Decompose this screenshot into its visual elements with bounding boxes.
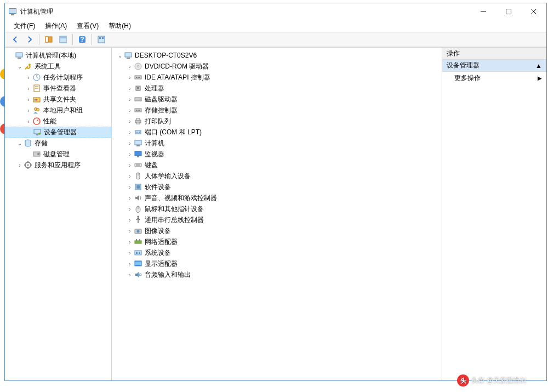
device-category-9[interactable]: ›键盘 [112,160,442,171]
expand-icon[interactable]: › [126,206,134,212]
expand-icon[interactable]: › [126,228,134,234]
menu-file[interactable]: 文件(F) [10,20,38,32]
tree-item-5[interactable]: 设备管理器 [5,127,111,138]
svg-rect-13 [98,36,105,43]
expand-icon[interactable]: › [126,86,134,92]
collapse-icon[interactable]: ⌄ [16,64,24,70]
device-category-7[interactable]: ›计算机 [112,138,442,149]
menu-view[interactable]: 查看(V) [73,20,102,32]
tree-services[interactable]: ›服务和应用程序 [5,160,111,171]
device-root[interactable]: ⌄DESKTOP-CT0S2V6 [112,50,442,61]
svg-rect-9 [60,36,66,43]
tree-root[interactable]: 计算机管理(本地) [5,50,111,61]
back-button[interactable] [9,33,21,46]
collapse-icon[interactable]: ⌄ [116,53,124,59]
watermark-icon: 头 [457,374,469,387]
expand-icon[interactable]: › [25,107,32,113]
device-category-16[interactable]: ›网络适配器 [112,236,442,247]
device-category-12[interactable]: ›声音、视频和游戏控制器 [112,192,442,203]
show-hide-button[interactable] [43,33,55,46]
tree-item-2[interactable]: ›共享文件夹 [5,94,111,105]
expand-icon[interactable]: › [126,151,134,157]
expand-icon[interactable]: › [126,107,134,113]
expand-icon[interactable]: › [126,129,134,135]
svg-point-27 [37,109,39,111]
app-icon [8,7,17,16]
device-category-15[interactable]: ›图像设备 [112,225,442,236]
device-category-2[interactable]: ›处理器 [112,83,442,94]
minimize-button[interactable] [471,3,496,20]
expand-icon[interactable]: › [25,96,32,103]
expand-icon[interactable]: › [126,64,134,70]
toolbar-separator [72,34,73,45]
expand-icon[interactable]: › [126,261,134,267]
tree-item-1[interactable]: ›事件查看器 [5,83,111,94]
event-icon [32,84,41,93]
device-category-17[interactable]: ›系统设备 [112,247,442,258]
tree-system-tools[interactable]: ⌄系统工具 [5,61,111,72]
device-category-19[interactable]: ›音频输入和输出 [112,269,442,280]
audio-icon [134,270,142,279]
help-button[interactable]: ? [76,33,88,46]
watermark-text: 头条 @天豪孤情剑 [471,376,526,385]
toolbar: ? [5,32,546,47]
tree-item-3[interactable]: ›本地用户和组 [5,105,111,116]
tree-node-label: 任务计划程序 [43,73,83,82]
device-category-5[interactable]: ›打印队列 [112,116,442,127]
menu-action[interactable]: 操作(A) [42,20,70,32]
properties-button[interactable] [57,33,69,46]
background-strip [0,3,4,381]
view-button[interactable] [95,33,107,46]
expand-icon[interactable]: › [126,195,134,201]
tree-item-0[interactable]: ›任务计划程序 [5,72,111,83]
expand-icon[interactable]: › [25,118,32,124]
expand-icon[interactable]: › [126,173,134,179]
device-category-4[interactable]: ›存储控制器 [112,105,442,116]
device-category-3[interactable]: ›磁盘驱动器 [112,94,442,105]
disk-icon [32,150,41,158]
hid-icon [134,172,142,180]
tree-disk-mgmt[interactable]: 磁盘管理 [5,149,111,160]
menu-help[interactable]: 帮助(H) [105,20,134,32]
svg-point-72 [138,216,139,218]
device-category-10[interactable]: ›人体学输入设备 [112,171,442,181]
maximize-button[interactable] [496,3,521,20]
tree-storage[interactable]: ⌄存储 [5,138,111,149]
tree-item-4[interactable]: ›性能 [5,116,111,127]
device-category-1[interactable]: ›IDE ATA/ATAPI 控制器 [112,72,442,83]
device-category-0[interactable]: ›DVD/CD-ROM 驱动器 [112,61,442,72]
actions-section[interactable]: 设备管理器 ▲ [442,60,546,72]
expand-icon[interactable]: › [126,184,134,190]
expand-icon[interactable]: › [126,250,134,256]
device-category-18[interactable]: ›显示适配器 [112,258,442,269]
expand-icon[interactable]: › [25,75,32,81]
expand-icon[interactable]: › [126,217,134,223]
collapse-icon[interactable]: ⌄ [16,140,24,146]
expand-icon[interactable]: › [126,162,134,168]
svg-rect-80 [139,252,140,254]
device-category-14[interactable]: ›通用串行总线控制器 [112,214,442,225]
svg-point-34 [37,153,39,155]
actions-panel: 操作 设备管理器 ▲ 更多操作 ▶ [442,48,546,380]
svg-rect-54 [136,118,140,120]
expand-icon[interactable]: › [25,86,32,92]
tree-node-label: 计算机管理(本地) [26,51,76,60]
expand-icon[interactable]: › [126,239,134,245]
device-category-11[interactable]: ›软件设备 [112,181,442,192]
more-actions-item[interactable]: 更多操作 ▶ [442,72,546,84]
submenu-arrow-icon: ▶ [538,75,542,81]
share-icon [32,95,41,104]
forward-button[interactable] [24,33,36,46]
expand-icon[interactable]: › [126,75,134,81]
svg-point-25 [36,99,38,101]
expand-icon[interactable]: › [16,162,24,168]
expand-icon[interactable]: › [126,96,134,103]
expand-icon[interactable]: › [126,272,134,278]
device-category-6[interactable]: ›端口 (COM 和 LPT) [112,127,442,138]
device-category-13[interactable]: ›鼠标和其他指针设备 [112,203,442,214]
tree-node-label: 存储 [35,139,48,148]
expand-icon[interactable]: › [126,140,134,146]
device-category-8[interactable]: ›监视器 [112,149,442,160]
close-button[interactable] [521,3,546,20]
expand-icon[interactable]: › [126,118,134,124]
